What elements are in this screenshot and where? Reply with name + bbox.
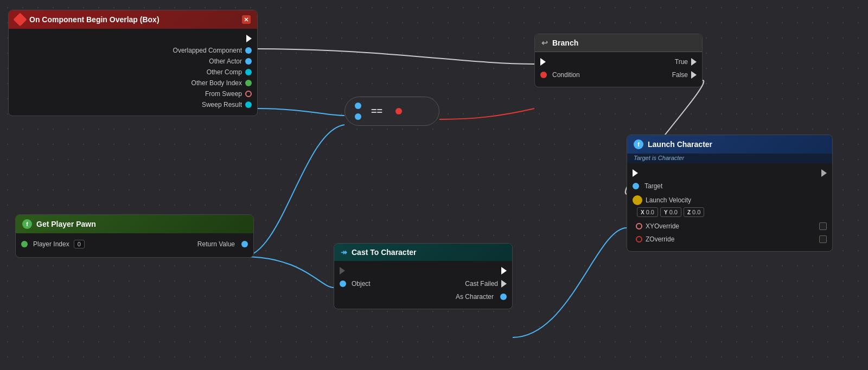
velocity-gold-pin[interactable]	[633, 195, 642, 205]
node-launch-body: Target Launch Velocity X 0.0 Y 0.0 Z 0.0	[627, 163, 832, 251]
node-launch: f Launch Character Target is Character T…	[627, 135, 833, 252]
node-launch-title: Launch Character	[648, 140, 712, 149]
pin-other-comp: Other Comp	[9, 67, 257, 78]
launch-exec-row	[627, 167, 832, 180]
xy-override-row: XYOverride	[627, 220, 832, 233]
diamond-icon	[13, 12, 27, 26]
sweep-result-label: Sweep Result	[202, 101, 242, 109]
other-body-index-pin[interactable]	[245, 80, 252, 86]
vel-x-box[interactable]: X 0.0	[637, 207, 658, 217]
y-value: 0.0	[669, 209, 678, 215]
pin-from-sweep: From Sweep	[9, 88, 257, 99]
node-overlap: On Component Begin Overlap (Box) Overlap…	[8, 10, 258, 116]
pin-sweep-result: Sweep Result	[9, 99, 257, 110]
xy-override-pin[interactable]	[636, 223, 642, 229]
node-branch: ↩ Branch True Condition False	[534, 34, 703, 87]
node-cast-title: Cast To Character	[352, 248, 417, 257]
cast-object-row: Object Cast Failed	[334, 277, 512, 290]
z-override-checkbox[interactable]	[819, 235, 827, 243]
y-label: Y	[664, 209, 668, 215]
pin-overlapped-component: Overlapped Component	[9, 45, 257, 56]
launch-target-label: Target	[644, 182, 662, 190]
condition-label: Condition	[552, 71, 672, 79]
launch-target-row: Target	[627, 180, 832, 193]
node-launch-header: f Launch Character	[627, 135, 832, 154]
x-value: 0.0	[646, 209, 654, 215]
cast-failed-label: Cast Failed	[465, 280, 498, 288]
true-label: True	[675, 58, 688, 66]
from-sweep-label: From Sweep	[205, 90, 242, 98]
cast-object-pin[interactable]	[340, 280, 346, 287]
cast-failed-pin[interactable]	[501, 280, 507, 288]
node-cast-header: ↠ Cast To Character	[334, 244, 512, 261]
z-label: Z	[687, 209, 691, 215]
sweep-result-pin[interactable]	[245, 101, 252, 108]
z-value: 0.0	[692, 209, 700, 215]
true-exec-out[interactable]	[691, 58, 697, 66]
exec-out-row	[9, 32, 257, 45]
equal-out[interactable]	[395, 108, 402, 114]
node-overlap-header: On Component Begin Overlap (Box)	[9, 10, 257, 29]
false-label: False	[672, 71, 688, 79]
as-character-label: As Character	[456, 293, 494, 301]
node-overlap-title: On Component Begin Overlap (Box)	[29, 15, 159, 24]
node-branch-body: True Condition False	[535, 52, 702, 87]
cast-arrow-icon: ↠	[341, 248, 347, 257]
node-branch-header: ↩ Branch	[535, 34, 702, 52]
node-pawn-header: f Get Player Pawn	[16, 215, 253, 233]
node-equal: ==	[344, 97, 439, 126]
return-value-label: Return Value	[197, 240, 235, 248]
z-override-row: ZOverride	[627, 233, 832, 246]
cast-exec-in[interactable]	[340, 267, 345, 275]
launch-exec-out[interactable]	[821, 169, 827, 177]
overlapped-component-pin[interactable]	[245, 47, 252, 54]
xy-override-checkbox[interactable]	[819, 222, 827, 230]
launch-target-pin[interactable]	[633, 183, 639, 189]
exec-out-pin[interactable]	[246, 35, 252, 42]
from-sweep-pin[interactable]	[245, 91, 252, 97]
as-character-pin[interactable]	[500, 294, 507, 300]
close-button[interactable]	[242, 15, 251, 24]
player-index-row: Player Index 0 Return Value	[16, 237, 253, 252]
launch-exec-in[interactable]	[633, 169, 638, 177]
player-index-pin[interactable]	[21, 241, 28, 247]
node-cast-body: Object Cast Failed As Character	[334, 261, 512, 309]
node-pawn-body: Player Index 0 Return Value	[16, 233, 253, 257]
other-comp-pin[interactable]	[245, 69, 252, 75]
node-cast: ↠ Cast To Character Object Cast Failed A…	[334, 243, 513, 309]
x-label: X	[641, 209, 644, 215]
velocity-inputs: X 0.0 Y 0.0 Z 0.0	[637, 207, 827, 217]
launch-velocity-row: Launch Velocity X 0.0 Y 0.0 Z 0.0	[627, 193, 832, 220]
node-launch-subtitle: Target is Character	[627, 154, 832, 163]
false-exec-out[interactable]	[691, 71, 697, 79]
z-override-pin[interactable]	[636, 236, 642, 243]
pin-other-actor: Other Actor	[9, 56, 257, 67]
equal-in-a[interactable]	[355, 103, 361, 109]
other-body-index-label: Other Body Index	[192, 79, 242, 87]
branch-exec-in[interactable]	[540, 58, 546, 66]
equal-body: ==	[345, 97, 439, 125]
branch-icon: ↩	[541, 39, 548, 47]
vel-z-box[interactable]: Z 0.0	[684, 207, 704, 217]
pin-other-body-index: Other Body Index	[9, 78, 257, 88]
pawn-f-icon: f	[22, 219, 32, 229]
node-pawn-title: Get Player Pawn	[36, 220, 96, 228]
overlapped-component-label: Overlapped Component	[173, 47, 242, 54]
equal-in-b[interactable]	[355, 113, 361, 120]
other-actor-pin[interactable]	[245, 58, 252, 65]
cast-object-label: Object	[352, 280, 465, 288]
z-override-label: ZOverride	[646, 235, 819, 243]
cast-exec-out[interactable]	[501, 267, 507, 275]
player-index-value[interactable]: 0	[74, 240, 85, 248]
return-value-pin[interactable]	[241, 241, 248, 247]
condition-pin[interactable]	[540, 72, 547, 78]
vel-y-box[interactable]: Y 0.0	[660, 207, 681, 217]
cast-as-character-row: As Character	[334, 290, 512, 303]
xy-override-label: XYOverride	[646, 222, 819, 230]
launch-velocity-label: Launch Velocity	[646, 196, 691, 204]
player-index-label: Player Index	[33, 240, 69, 248]
other-actor-label: Other Actor	[209, 58, 242, 65]
node-pawn: f Get Player Pawn Player Index 0 Return …	[15, 214, 254, 258]
launch-f-icon: f	[634, 139, 643, 149]
equal-operator: ==	[367, 106, 387, 117]
